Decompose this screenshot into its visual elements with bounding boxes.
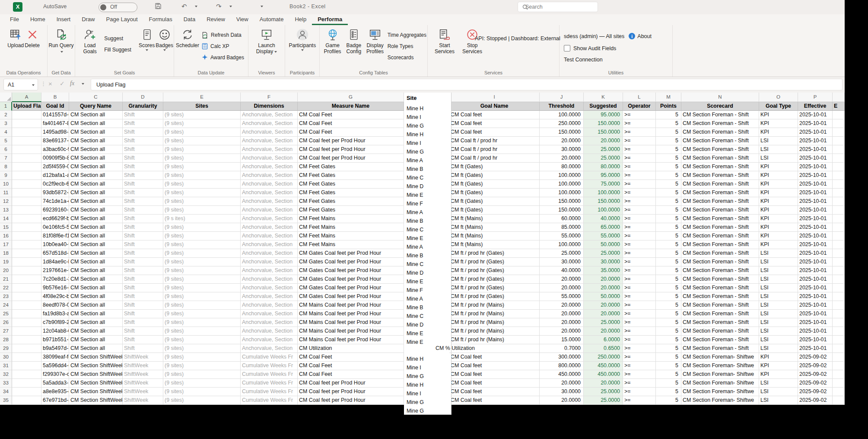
cell[interactable]: >= (623, 310, 656, 318)
cell[interactable]: >= (623, 284, 656, 292)
column-header[interactable]: G (298, 93, 404, 102)
cell[interactable]: Shift (123, 266, 163, 275)
cell[interactable] (833, 370, 845, 379)
cell[interactable] (12, 215, 41, 223)
cell[interactable]: LSI (759, 379, 798, 388)
cell[interactable]: >= (623, 145, 656, 154)
cell[interactable]: 2197661e-f0 (41, 266, 69, 275)
site-list-item[interactable]: Mine F (407, 287, 423, 294)
cell[interactable]: 55.0000 (540, 292, 584, 301)
fill-suggest-button[interactable]: Fill Suggest (104, 44, 137, 55)
site-list-item[interactable]: Mine H (407, 105, 423, 112)
row-header[interactable]: 19 (0, 258, 12, 266)
cell[interactable] (833, 111, 845, 119)
cell[interactable]: 5 (656, 154, 681, 163)
cell[interactable]: LSI (759, 336, 798, 344)
cell[interactable]: >= (623, 137, 656, 145)
cell[interactable]: Anchorvalue, Section (241, 249, 298, 258)
refresh-data-button[interactable]: Refresh Data (201, 29, 244, 41)
cell[interactable]: Shift (123, 189, 163, 197)
cell[interactable]: 100.0000 (540, 171, 584, 180)
cell[interactable]: Anchorvalue, Section (241, 266, 298, 275)
row-header[interactable]: 2 (0, 111, 12, 119)
cell[interactable]: CM Section all (69, 197, 123, 206)
site-list-item[interactable]: Mine C (407, 261, 423, 268)
cell[interactable]: CM ft / prod hr (Mains) (449, 336, 540, 344)
cell[interactable]: LSI (759, 249, 798, 258)
cell[interactable]: Anchorvalue, Section (241, 180, 298, 189)
cell[interactable]: CM Coal Feet (298, 119, 404, 128)
row-header[interactable]: 5 (0, 137, 12, 145)
cell[interactable]: 25.0000 (584, 154, 623, 163)
cell[interactable]: CM Section all (69, 249, 123, 258)
header-cell[interactable]: Threshold (540, 102, 584, 111)
cell[interactable]: (9 sites) (163, 275, 241, 284)
column-header[interactable]: A (12, 93, 41, 102)
cell[interactable]: 80.0000 (584, 163, 623, 171)
cell[interactable] (833, 180, 845, 189)
cell[interactable]: CM Section ShiftWeek (69, 388, 123, 396)
about-button[interactable]: About (637, 33, 652, 39)
cell[interactable]: 20.0000 (584, 301, 623, 310)
cell[interactable]: >= (623, 379, 656, 388)
cell[interactable]: ShiftWeek (123, 353, 163, 362)
cell[interactable]: 30.0000 (540, 258, 584, 266)
cell[interactable]: 50.0000 (584, 292, 623, 301)
site-list-item[interactable]: Mine B (407, 166, 423, 173)
cell[interactable]: LSI (759, 310, 798, 318)
cell[interactable]: CM Section all (69, 275, 123, 284)
cell[interactable]: 5 (656, 145, 681, 154)
cell[interactable]: CM Section Foreman - Shift (681, 292, 759, 301)
cell[interactable]: CM Mains Coal feet per Prod Hour (298, 336, 404, 344)
cell[interactable] (12, 284, 41, 292)
cell[interactable]: CM Gates Coal feet per Prod Hour (298, 275, 404, 284)
cell[interactable]: 2025-09-02 (798, 370, 833, 379)
cell[interactable]: 83e69137-c2 (41, 137, 69, 145)
cell[interactable]: 80.0000 (540, 163, 584, 171)
cell[interactable]: CM Gates Coal feet per Prod Hour (298, 284, 404, 292)
cell[interactable] (833, 344, 845, 353)
cell[interactable]: CM Section Foreman - Shift (681, 206, 759, 215)
cell[interactable]: >= (623, 318, 656, 327)
row-header[interactable]: 35 (0, 396, 12, 405)
cell[interactable]: Shift (123, 310, 163, 318)
cell[interactable]: CM Section Foreman - Shift (681, 171, 759, 180)
cell[interactable]: CM Section all (69, 232, 123, 240)
header-cell[interactable]: Goal Type (759, 102, 798, 111)
cell[interactable]: ShiftWeek (123, 388, 163, 396)
cell[interactable]: >= (623, 396, 656, 405)
cell[interactable]: 75.0000 (584, 180, 623, 189)
cell[interactable]: CM Coal feet (449, 362, 540, 370)
cell[interactable]: (9 sites) (163, 362, 241, 370)
cell[interactable] (833, 206, 845, 215)
cell[interactable]: CM Section all (69, 154, 123, 163)
cell[interactable]: 69239160-2 (41, 206, 69, 215)
cell[interactable]: 30.0000 (540, 145, 584, 154)
site-list-item[interactable]: Mine E (407, 339, 423, 346)
cell[interactable]: Shift (123, 206, 163, 215)
cell[interactable]: CM Section Foreman - Shift (681, 275, 759, 284)
cell[interactable]: 25.0000 (584, 145, 623, 154)
cell[interactable]: KPI (759, 171, 798, 180)
cell[interactable]: 20.0000 (584, 310, 623, 318)
cell[interactable]: Shift (123, 292, 163, 301)
cell[interactable]: 2025-09-02 (798, 396, 833, 405)
cell[interactable]: 2025-10-01 (798, 336, 833, 344)
cell[interactable]: 6.0000 (584, 336, 623, 344)
cell[interactable]: 100.0000 (540, 189, 584, 197)
cell[interactable]: Shift (123, 154, 163, 163)
cell[interactable]: KPI (759, 370, 798, 379)
row-header[interactable]: 33 (0, 379, 12, 388)
cell[interactable]: CM Coal Feet (298, 128, 404, 137)
redo-chevron-icon[interactable] (229, 6, 232, 7)
cell[interactable]: 12c04ab8-0 (41, 327, 69, 336)
row-header[interactable]: 29 (0, 344, 12, 353)
cell[interactable]: Anchorvalue, Section (241, 310, 298, 318)
cell[interactable]: (9 sites) (163, 111, 241, 119)
cell[interactable]: 150.0000 (540, 197, 584, 206)
row-header[interactable]: 1 (0, 102, 12, 111)
cell[interactable] (833, 137, 845, 145)
row-header[interactable]: 9 (0, 171, 12, 180)
cell[interactable] (833, 275, 845, 284)
cell[interactable]: LSI (759, 266, 798, 275)
